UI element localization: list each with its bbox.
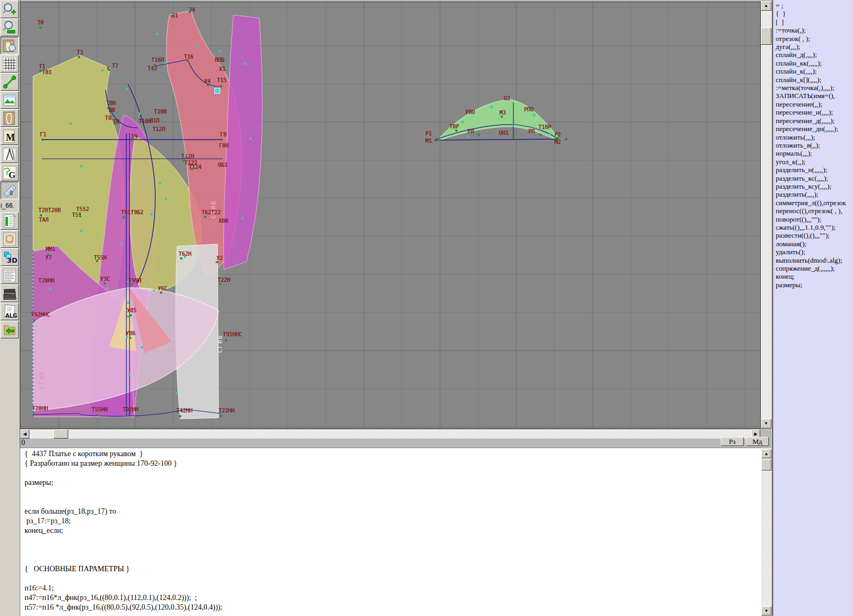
command-item[interactable]: :=точка(,); xyxy=(773,26,853,34)
command-item[interactable]: пересечение_д(,,,,,); xyxy=(773,117,853,125)
command-item[interactable]: ломаная(); xyxy=(773,240,853,248)
point-label: П1П xyxy=(150,118,159,124)
point-label: Г1 xyxy=(40,132,46,137)
point-label: Т92ННС xyxy=(31,312,50,318)
command-item[interactable]: сплайн_к(,,,,); xyxy=(773,67,853,75)
zoom-in-icon[interactable] xyxy=(1,1,19,18)
reference-books-icon[interactable] xyxy=(1,285,19,302)
hscroll-left-icon[interactable]: ◀ xyxy=(20,429,29,439)
control-point-marker xyxy=(127,302,129,304)
zoom-out-icon[interactable] xyxy=(1,19,19,36)
command-item[interactable]: пересечение_н(,,,,); xyxy=(773,108,853,116)
command-item[interactable]: выполнить(dmod\.alg); xyxy=(773,256,853,264)
command-item[interactable]: пересечение(,,); xyxy=(773,100,853,108)
size-table-icon[interactable] xyxy=(1,212,19,230)
code-line xyxy=(25,574,750,584)
code-vscroll-track[interactable] xyxy=(761,448,771,616)
command-item[interactable]: развести((),(),,,""); xyxy=(773,231,853,239)
hscroll-track[interactable] xyxy=(20,429,760,439)
command-item[interactable]: отложить_в(,,); xyxy=(773,141,853,149)
preview-pattern-icon[interactable] xyxy=(1,37,19,54)
command-item[interactable]: = ; xyxy=(773,2,853,10)
vscroll-down-icon[interactable]: ▼ xyxy=(761,419,771,428)
command-item[interactable]: перенос((),отрезок( , ), xyxy=(773,207,853,215)
code-line: п57:=п16 *л_фнк(рз_16,((80,0.5),(92,0.5)… xyxy=(25,603,750,613)
command-item[interactable]: удалить(); xyxy=(773,248,853,256)
drafting-tools-icon[interactable] xyxy=(1,145,19,163)
command-item[interactable]: ЗАПИСАТЬ(имя=(), xyxy=(773,92,853,100)
model-photo-icon[interactable] xyxy=(1,230,19,248)
command-item[interactable]: угол_к(,,); xyxy=(773,158,853,166)
code-vscroll-thumb[interactable] xyxy=(761,459,771,471)
code-vscroll-down-icon[interactable]: ▼ xyxy=(761,606,771,615)
letter-g-icon[interactable]: G xyxy=(1,164,19,181)
piece-magenta-strap[interactable] xyxy=(223,15,262,270)
anchor-point-marker xyxy=(40,214,42,216)
measure-line-icon[interactable] xyxy=(1,73,19,91)
control-point-marker xyxy=(176,392,178,394)
grid-icon[interactable] xyxy=(1,55,19,72)
control-point-marker xyxy=(533,114,535,116)
exit-folder-icon[interactable] xyxy=(1,321,19,338)
point-label: Т8Р xyxy=(449,124,459,129)
drawing-canvas[interactable]: Т0З1З4Т3Т1Т01хТ7Т16ПТ42Т16ВПБХ1У4Т15Т8НВ… xyxy=(20,2,760,428)
point-label: Т8Н xyxy=(106,100,116,106)
anchor-point-marker xyxy=(540,134,542,136)
command-item[interactable]: конец; xyxy=(773,272,853,280)
anchor-point-marker xyxy=(501,116,503,118)
image-icon[interactable] xyxy=(1,91,19,109)
command-item[interactable]: нормаль(,,,); xyxy=(773,149,853,157)
point-label: Т12Н xyxy=(181,153,194,159)
anchor-point-marker xyxy=(204,216,206,218)
monogram-m-icon[interactable]: M xyxy=(1,127,19,145)
command-item[interactable]: сжать((),,,1.1,0.9,""); xyxy=(773,223,853,231)
code-line xyxy=(25,488,750,498)
svg-text:M: M xyxy=(6,132,15,143)
point-label: У85 xyxy=(127,307,136,313)
md-button[interactable]: Мд xyxy=(746,437,769,446)
control-point-marker xyxy=(156,33,158,35)
hscroll-thumb[interactable] xyxy=(53,429,68,439)
fold-label: СГИБ xyxy=(216,335,223,353)
command-item[interactable]: разделить_н(,,,,,); xyxy=(773,166,853,174)
anchor-point-marker xyxy=(187,60,189,62)
command-item[interactable]: { } xyxy=(773,10,853,18)
control-point-marker xyxy=(107,287,109,289)
command-item[interactable]: пересечение_дн(,,,,,); xyxy=(773,125,853,133)
command-item[interactable]: :=метка(точка(,),,,,); xyxy=(773,84,853,92)
command-item[interactable]: сплайн_д(,,,,); xyxy=(773,51,853,59)
rz-button[interactable]: Рз xyxy=(721,437,744,446)
command-item[interactable]: сплайн_к[](,,,,); xyxy=(773,76,853,84)
vscroll-up-icon[interactable]: ▲ xyxy=(761,1,771,11)
left-toolbar: MG8i_66.3DALG xyxy=(0,0,20,616)
command-item[interactable]: [ ] xyxy=(773,18,853,26)
command-item[interactable]: разделить(,,,,); xyxy=(773,190,853,198)
ruler-8-icon[interactable]: 8 xyxy=(1,182,19,199)
anchor-point-marker xyxy=(78,56,80,58)
command-item[interactable]: сопряжение_д(,,,,,,); xyxy=(773,264,853,272)
anchor-point-marker xyxy=(220,415,222,417)
view-3d-icon[interactable]: 3D xyxy=(1,248,19,266)
vscroll-track[interactable] xyxy=(761,1,771,428)
control-point-marker xyxy=(244,63,246,65)
command-item[interactable]: поворот((),,,""); xyxy=(773,215,853,223)
pattern-sketch-icon[interactable] xyxy=(1,109,19,127)
point-label: Т12П xyxy=(152,126,165,132)
code-vscroll-up-icon[interactable]: ▲ xyxy=(761,449,771,458)
command-item[interactable]: отрезок( , ); xyxy=(773,35,853,43)
command-item[interactable]: сплайн_кк(,,,,,); xyxy=(773,59,853,67)
command-item[interactable]: дуга(,,,); xyxy=(773,43,853,51)
control-point-marker xyxy=(462,121,464,123)
algorithm-doc-icon[interactable]: ALG xyxy=(1,303,19,320)
text-list-icon[interactable] xyxy=(1,266,19,284)
command-item[interactable]: разделить_кс(,,,,); xyxy=(773,174,853,182)
vscroll-thumb[interactable] xyxy=(761,28,771,45)
command-item[interactable]: разделить_ксу(,,,,); xyxy=(773,182,853,190)
command-item[interactable]: размеры; xyxy=(773,281,853,289)
algorithm-text-panel[interactable]: { 4437 Платье с коротким рукавом }{ Разр… xyxy=(20,448,761,616)
command-item[interactable]: отложить(,,,); xyxy=(773,133,853,141)
control-point-marker xyxy=(159,182,161,184)
command-item[interactable]: симметрия_л((),отрезок xyxy=(773,199,853,207)
control-point-marker xyxy=(101,69,103,71)
point-label: У3С xyxy=(100,276,110,282)
